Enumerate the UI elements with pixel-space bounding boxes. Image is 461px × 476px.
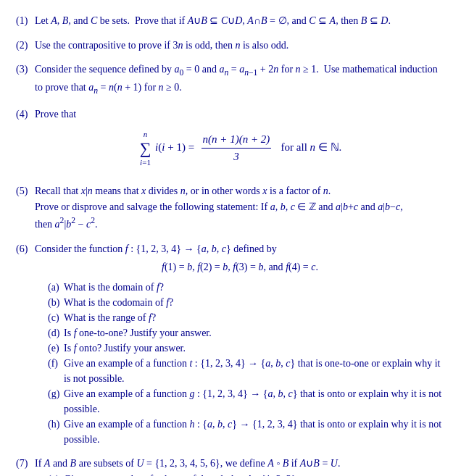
problem-6g: (g) Give an example of a function g : {1… (48, 386, 445, 417)
problem-6a: (a) What is the domain of f? (48, 280, 445, 295)
problem-1-num: (1) (16, 13, 35, 29)
problem-5: (5) Recall that x|n means that x divides… (16, 183, 445, 233)
problem-6-text: Consider the function f : {1, 2, 3, 4} →… (35, 241, 445, 447)
formula-block: n ∑ i=1 i(i + 1) = n(n + 1)(n + 2) 3 for… (35, 128, 445, 169)
function-definition: f(1) = b, f(2) = b, f(3) = b, and f(4) =… (35, 259, 445, 275)
problem-4: (4) Prove that n ∑ i=1 i(i + 1) = n(n + … (16, 107, 445, 175)
problem-2: (2) Use the contrapositive to prove if 3… (16, 38, 445, 54)
problem-7: (7) If A and B are subsets of U = {1, 2,… (16, 456, 445, 476)
problem-6f: (f) Give an example of a function t : {1… (48, 356, 445, 386)
sigma-notation: n ∑ i=1 i(i + 1) = (138, 141, 200, 153)
problem-2-num: (2) (16, 38, 35, 54)
problem-2-text: Use the contrapositive to prove if 3n is… (35, 38, 445, 54)
problem-1: (1) Let A, B, and C be sets. Prove that … (16, 13, 445, 29)
problem-1-text: Let A, B, and C be sets. Prove that if A… (35, 13, 445, 29)
problem-3-text: Consider the sequence defined by a0 = 0 … (35, 62, 445, 98)
problem-6e: (e) Is f onto? Justify your answer. (48, 341, 445, 356)
problem-4-num: (4) (16, 107, 35, 122)
problem-7-text: If A and B are subsets of U = {1, 2, 3, … (35, 456, 445, 476)
problem-6h: (h) Give an example of a function h : {a… (48, 417, 445, 447)
problem-6c: (c) What is the range of f? (48, 310, 445, 325)
problem-3-num: (3) (16, 62, 35, 78)
problem-6b: (b) What is the codomain of f? (48, 295, 445, 310)
problem-5-text: Recall that x|n means that x divides n, … (35, 183, 445, 233)
problem-4-text: Prove that n ∑ i=1 i(i + 1) = n(n + 1)(n… (35, 107, 445, 175)
problem-3: (3) Consider the sequence defined by a0 … (16, 62, 445, 98)
fraction: n(n + 1)(n + 2) 3 (202, 131, 272, 166)
problem-6-num: (6) (16, 241, 35, 257)
page-content: (1) Let A, B, and C be sets. Prove that … (16, 13, 445, 476)
problem-6: (6) Consider the function f : {1, 2, 3, … (16, 241, 445, 447)
problem-7a: (a) Give two examples of subsets of A su… (48, 472, 445, 476)
problem-6d: (d) Is f one-to-one? Justify your answer… (48, 325, 445, 341)
problem-5-num: (5) (16, 183, 35, 199)
problem-7-num: (7) (16, 456, 35, 472)
